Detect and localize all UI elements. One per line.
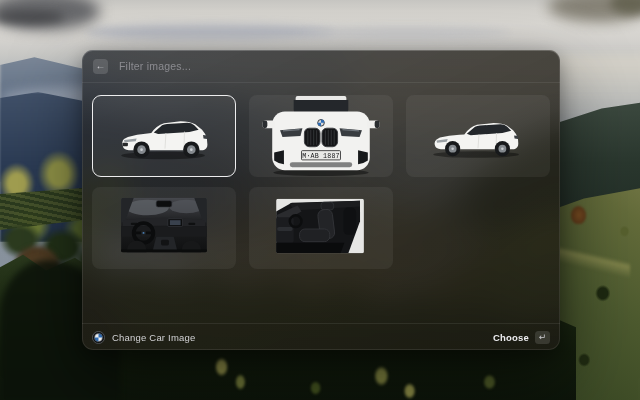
- image-tile-exterior-side[interactable]: [406, 95, 550, 177]
- change-car-image-label: Change Car Image: [112, 332, 195, 343]
- filter-images-input[interactable]: [117, 59, 549, 73]
- wallpaper-cloud-streak: [85, 24, 335, 40]
- back-arrow-icon: ←: [96, 61, 106, 71]
- screen: ←: [0, 0, 640, 400]
- dialog-header: ←: [82, 50, 560, 83]
- car-front-three-quarter-thumbnail: [93, 96, 235, 176]
- image-tile-exterior-front[interactable]: M·AB 1887: [249, 95, 393, 177]
- dialog-footer: Change Car Image Choose ↵: [82, 323, 560, 350]
- interior-dashboard-thumbnail: [93, 188, 235, 268]
- wallpaper-cloud-streak: [300, 27, 510, 39]
- interior-seats-thumbnail: [250, 188, 392, 268]
- bmw-roundel-icon: [92, 331, 105, 344]
- image-picker-dialog: ←: [82, 50, 560, 350]
- wallpaper-orange-tree: [571, 206, 586, 224]
- image-tile-interior-seats[interactable]: [249, 187, 393, 269]
- choose-action[interactable]: Choose ↵: [493, 331, 550, 344]
- car-side-thumbnail: [407, 96, 549, 176]
- image-tile-interior-dashboard[interactable]: [92, 187, 236, 269]
- back-button[interactable]: ←: [93, 59, 108, 74]
- license-plate-text: M·AB 1887: [302, 152, 340, 160]
- car-front-thumbnail: M·AB 1887: [250, 96, 392, 176]
- choose-label: Choose: [493, 332, 529, 343]
- return-key-icon: ↵: [535, 331, 550, 344]
- image-tile-exterior-front-three-quarter[interactable]: [92, 95, 236, 177]
- image-grid: M·AB 1887: [92, 95, 550, 269]
